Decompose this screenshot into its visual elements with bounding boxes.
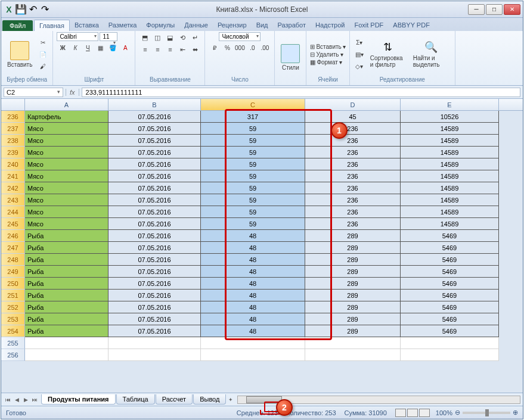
- cell[interactable]: 5469: [401, 278, 499, 290]
- col-header-C[interactable]: C: [201, 99, 305, 110]
- cell[interactable]: 48: [201, 290, 305, 301]
- ribbon-tab-9[interactable]: Foxit PDF: [349, 20, 388, 31]
- cell[interactable]: 48: [201, 301, 305, 313]
- cell[interactable]: Мясо: [25, 182, 108, 194]
- cell[interactable]: 07.05.2016: [108, 182, 201, 194]
- row-header[interactable]: 252: [1, 301, 25, 313]
- cell[interactable]: 14589: [401, 182, 499, 194]
- row-header[interactable]: 248: [1, 254, 25, 266]
- cell[interactable]: Мясо: [25, 135, 108, 147]
- cell[interactable]: Рыба: [25, 290, 108, 301]
- formula-input[interactable]: 233,911111111111: [82, 88, 520, 97]
- row-header[interactable]: 250: [1, 278, 25, 290]
- cell[interactable]: 236: [305, 218, 401, 230]
- ribbon-tab-1[interactable]: Вставка: [70, 20, 104, 31]
- cell[interactable]: Рыба: [25, 301, 108, 313]
- cell[interactable]: Рыба: [25, 313, 108, 325]
- ribbon-tab-8[interactable]: Надстрой: [311, 20, 349, 31]
- italic-icon[interactable]: К: [69, 42, 81, 53]
- cell[interactable]: 59: [201, 123, 305, 135]
- percent-icon[interactable]: %: [221, 42, 233, 53]
- col-header-A[interactable]: A: [25, 99, 108, 110]
- cell[interactable]: [201, 349, 305, 361]
- col-header-E[interactable]: E: [401, 99, 499, 110]
- cell[interactable]: 07.05.2016: [108, 158, 201, 170]
- currency-icon[interactable]: ₽: [209, 42, 221, 53]
- cell[interactable]: 07.05.2016: [108, 194, 201, 206]
- cell[interactable]: [108, 337, 201, 349]
- cell[interactable]: 07.05.2016: [108, 147, 201, 158]
- font-size-combo[interactable]: 11: [100, 32, 117, 41]
- cell[interactable]: 48: [201, 254, 305, 266]
- select-all-corner[interactable]: [1, 99, 25, 110]
- cell[interactable]: Мясо: [25, 170, 108, 182]
- cell[interactable]: Рыба: [25, 230, 108, 242]
- cell[interactable]: 14589: [401, 218, 499, 230]
- cell[interactable]: [201, 337, 305, 349]
- bold-icon[interactable]: Ж: [57, 42, 69, 53]
- cell[interactable]: 07.05.2016: [108, 301, 201, 313]
- cell[interactable]: 289: [305, 313, 401, 325]
- cell[interactable]: 45: [305, 111, 401, 123]
- cell[interactable]: Рыба: [25, 278, 108, 290]
- cell[interactable]: 07.05.2016: [108, 123, 201, 135]
- minimize-button[interactable]: ─: [468, 4, 485, 15]
- redo-icon[interactable]: ↷: [39, 4, 50, 15]
- cell[interactable]: 07.05.2016: [108, 170, 201, 182]
- format-button[interactable]: ▦ Формат ▾: [310, 59, 345, 66]
- zoom-in-icon[interactable]: ⊕: [513, 409, 518, 416]
- cell[interactable]: 289: [305, 325, 401, 337]
- cell[interactable]: 289: [305, 266, 401, 278]
- cell[interactable]: 07.05.2016: [108, 135, 201, 147]
- sort-filter-button[interactable]: ⇅ Сортировка и фильтр: [368, 39, 408, 69]
- font-name-combo[interactable]: Calibri: [57, 32, 98, 41]
- format-painter-icon[interactable]: 🖌: [37, 61, 49, 71]
- cell[interactable]: 14589: [401, 147, 499, 158]
- new-sheet-icon[interactable]: ✦: [227, 396, 235, 404]
- cell[interactable]: [305, 337, 401, 349]
- indent-dec-icon[interactable]: ⇤: [176, 44, 188, 55]
- ribbon-tab-2[interactable]: Разметка: [104, 20, 142, 31]
- dec-decimal-icon[interactable]: .00: [259, 42, 271, 53]
- tab-last-icon[interactable]: ⏭: [30, 396, 39, 404]
- cell[interactable]: 14589: [401, 194, 499, 206]
- merge-icon[interactable]: ⬌: [189, 44, 201, 55]
- align-left-icon[interactable]: ≡: [139, 44, 151, 55]
- find-select-button[interactable]: 🔍 Найти и выделить: [411, 39, 451, 69]
- border-icon[interactable]: ▦: [94, 42, 106, 53]
- cell[interactable]: 59: [201, 218, 305, 230]
- file-tab[interactable]: Файл: [2, 20, 33, 31]
- align-bottom-icon[interactable]: ⬓: [164, 32, 176, 43]
- align-top-icon[interactable]: ⬒: [139, 32, 151, 43]
- cell[interactable]: [401, 337, 499, 349]
- cell[interactable]: 07.05.2016: [108, 218, 201, 230]
- cell[interactable]: 236: [305, 206, 401, 218]
- ribbon-tab-4[interactable]: Данные: [179, 20, 213, 31]
- cell[interactable]: [108, 349, 201, 361]
- page-break-view-icon[interactable]: [419, 409, 430, 417]
- ribbon-tab-5[interactable]: Рецензир: [213, 20, 252, 31]
- cell[interactable]: [305, 349, 401, 361]
- styles-button[interactable]: Стили: [278, 43, 302, 72]
- cell[interactable]: Мясо: [25, 194, 108, 206]
- cell[interactable]: 5469: [401, 325, 499, 337]
- row-header[interactable]: 236: [1, 111, 25, 123]
- number-format-combo[interactable]: Числовой: [219, 32, 261, 41]
- autosum-icon[interactable]: Σ▾: [354, 37, 365, 48]
- cell[interactable]: 59: [201, 170, 305, 182]
- ribbon-tab-10[interactable]: ABBYY PDF: [388, 20, 435, 31]
- scrollbar-thumb[interactable]: [246, 396, 282, 403]
- cell[interactable]: Мясо: [25, 158, 108, 170]
- row-header[interactable]: 253: [1, 313, 25, 325]
- cell[interactable]: 48: [201, 278, 305, 290]
- cell[interactable]: 5469: [401, 254, 499, 266]
- cell[interactable]: 289: [305, 230, 401, 242]
- cell[interactable]: 317: [201, 111, 305, 123]
- fill-icon[interactable]: ▤▾: [354, 49, 365, 60]
- col-header-B[interactable]: B: [108, 99, 201, 110]
- cell[interactable]: 289: [305, 242, 401, 254]
- cell[interactable]: 59: [201, 135, 305, 147]
- cell[interactable]: 236: [305, 158, 401, 170]
- delete-button[interactable]: ⊟ Удалить ▾: [310, 51, 345, 58]
- cell[interactable]: Рыба: [25, 325, 108, 337]
